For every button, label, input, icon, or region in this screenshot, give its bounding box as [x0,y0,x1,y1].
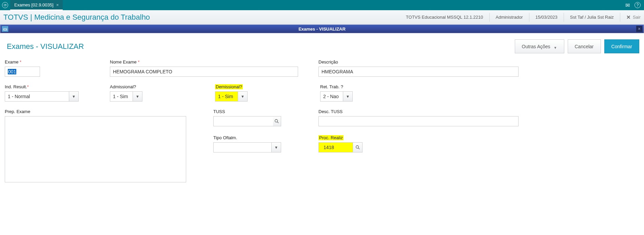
exame-label: Exame * [5,59,106,65]
exame-input[interactable]: 001 [5,67,40,77]
exit-label: Sair [633,15,641,20]
caret-down-icon: ▼ [554,46,557,50]
desctuss-label: Desc. TUSS [318,109,519,114]
admissional-select[interactable]: 1 - Sim [110,91,133,102]
procrealiz-search-button[interactable] [353,142,363,152]
nome-exame-label: Nome Exame * [110,59,315,65]
descricao-input[interactable] [318,67,519,77]
tuss-search-button[interactable] [273,116,281,126]
svg-line-3 [358,148,359,149]
app-logo-icon: ⟳ [2,2,8,8]
other-actions-label: Outras Ações [522,44,550,49]
header-env: TOTVS Educacional MSSQL 12.1.2210 [406,15,483,20]
app-topbar: ⟳ Exames [02.9.0035] × ✉ ? [0,0,644,10]
tipooftalm-select[interactable] [213,142,272,152]
exame-value: 001 [8,69,16,74]
confirm-button[interactable]: Confirmar [604,39,639,53]
window-icon: ▭ [2,26,8,32]
tuss-input[interactable] [213,116,273,126]
rettrab-label: Ret. Trab. ? [320,84,639,89]
window-title: Exames - VISUALIZAR [298,26,346,32]
header-user: Administrador [496,15,523,20]
help-icon[interactable]: ? [635,2,641,8]
exit-button[interactable]: ✕ Sair [626,14,641,20]
header-bar: TOTVS | Medicina e Segurança do Trabalho… [0,10,644,24]
admissional-label: Admissional? [110,84,212,89]
demissional-select[interactable]: 1 - Sim [215,91,238,102]
tuss-label: TUSS [213,109,315,114]
header-context: Sst Taf / Julia Sst Raiz [570,15,614,20]
tab-close-icon[interactable]: × [56,2,59,7]
indresult-select[interactable]: 1 - Normal [5,91,69,102]
tipooftalm-label: Tipo Oftalm. [213,135,315,140]
window-titlebar: ▭ Exames - VISUALIZAR × [0,24,644,33]
procrealiz-label: Proc. Realiz [318,135,363,140]
product-title: TOTVS | Medicina e Segurança do Trabalho [3,13,150,22]
demissional-dropdown-button[interactable]: ▼ [238,91,248,102]
prep-exame-textarea[interactable] [5,116,186,182]
tipooftalm-dropdown-button[interactable]: ▼ [272,142,281,152]
close-icon: ✕ [626,14,631,20]
indresult-dropdown-button[interactable]: ▼ [69,91,79,102]
procrealiz-input[interactable]: 1418 [318,142,353,152]
cancel-label: Cancelar [575,44,594,49]
nome-exame-input[interactable] [110,67,298,77]
window-close-button[interactable]: × [636,26,642,32]
page-title: Exames - VISUALIZAR [7,42,84,51]
svg-point-0 [275,120,278,122]
svg-point-2 [356,146,358,148]
rettrab-select[interactable]: 2 - Nao [320,91,343,102]
rettrab-dropdown-button[interactable]: ▼ [343,91,353,102]
tab-exames[interactable]: Exames [02.9.0035] × [10,0,63,10]
other-actions-button[interactable]: Outras Ações ▼ [515,39,564,53]
search-icon [274,119,279,124]
svg-line-1 [277,122,279,123]
admissional-dropdown-button[interactable]: ▼ [133,91,142,102]
cancel-button[interactable]: Cancelar [568,39,601,53]
search-icon [355,145,360,150]
header-date: 15/03/2023 [535,15,558,20]
descricao-label: Descrição [318,59,639,65]
desctuss-input[interactable] [318,116,519,126]
prep-exame-label: Prep. Exame [5,109,210,114]
mail-icon[interactable]: ✉ [625,2,630,8]
indresult-label: Ind. Result.* [5,84,106,89]
demissional-label: Demissional? [215,84,317,89]
page-body: Exames - VISUALIZAR Outras Ações ▼ Cance… [0,33,644,193]
tab-label: Exames [02.9.0035] [14,2,54,7]
confirm-label: Confirmar [611,44,632,49]
